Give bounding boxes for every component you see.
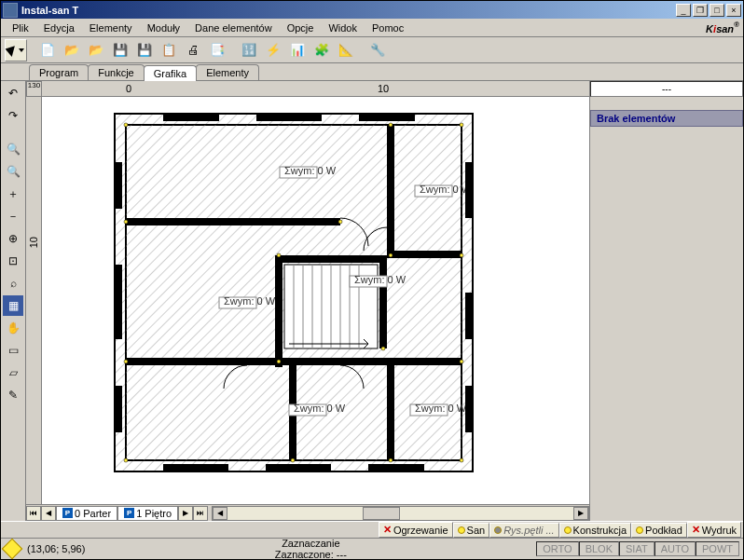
minimize-button[interactable]: _ [676,4,691,17]
menu-pomoc[interactable]: Pomoc [365,20,411,35]
scroll-right-icon[interactable]: ▶ [573,507,588,520]
save-button[interactable]: 💾 [109,39,131,61]
svg-rect-5 [387,125,394,255]
preview-button[interactable]: 📑 [206,39,228,61]
close-button[interactable]: × [726,4,741,17]
report-button[interactable]: 📊 [286,39,309,61]
left-toolbar: ↶ ↷ 🔍 🔍 ＋ － ⊕ ⊡ ⌕ ▦ ✋ ▭ ▱ ✎ [1,81,26,521]
floortab-next[interactable]: ▶ [178,506,193,521]
zoom-minus-icon[interactable]: － [3,206,23,226]
floortab-0[interactable]: P0 Parter [56,506,117,521]
panel-empty-item: Brak elementów [590,110,743,127]
coords-display: (13,06; 5,96) [27,543,85,554]
svg-point-60 [389,458,393,462]
select-rect-icon[interactable]: ▭ [3,340,23,361]
restore-button[interactable]: ❐ [693,4,708,17]
status-bar: (13,06; 5,96) ZaznaczanieZaznaczone: ---… [1,538,743,558]
slot-siat[interactable]: SIAT [619,541,654,556]
select-poly-icon[interactable]: ▱ [3,362,23,383]
saveas-button[interactable]: 💾 [133,39,156,61]
layer-san[interactable]: San [453,523,490,538]
open-button[interactable]: 📂 [61,39,83,61]
open2-button[interactable]: 📂 [85,39,107,61]
svg-text:Σwym: 0 W: Σwym: 0 W [420,184,472,195]
svg-point-47 [460,123,463,127]
zoom-fit-icon[interactable]: ⊕ [3,228,23,249]
maximize-button[interactable]: □ [710,4,724,17]
ruler-corner: 130 [26,81,42,97]
floortab-1[interactable]: P1 Piętro [117,506,178,521]
svg-text:Σwym: 0 W: Σwym: 0 W [284,165,337,176]
scroll-left-icon[interactable]: ◀ [213,507,227,520]
layer-podklad[interactable]: Podkład [631,523,687,538]
brand-logo: Kisan® [706,20,739,35]
properties-panel: --- Brak elementów [589,81,743,521]
new-button[interactable]: 📄 [36,39,59,61]
zoom-window-icon[interactable]: ⊡ [3,251,23,271]
layer-bar: ✕Ogrzewanie San Rys.pętli ... Konstrukcj… [1,521,743,538]
tool-c-button[interactable]: 🔧 [366,39,389,61]
tab-program[interactable]: Program [29,64,89,80]
undo-icon[interactable]: ↶ [3,83,23,103]
zoom-in-icon[interactable]: 🔍 [3,139,23,159]
zoom-out-icon[interactable]: 🔍 [3,161,23,182]
tab-funkcje[interactable]: Funkcje [88,64,145,80]
menu-dane[interactable]: Dane elementów [187,20,280,35]
window-title: Instal-san T [21,5,674,16]
svg-point-58 [460,360,463,363]
menu-plik[interactable]: Plik [5,20,36,35]
menu-bar: Plik Edycja Elementy Moduły Dane element… [1,19,743,37]
svg-point-57 [124,360,128,363]
slot-orto[interactable]: ORTO [536,541,578,556]
svg-point-56 [277,360,281,363]
slot-powt[interactable]: POWT [696,541,739,556]
svg-point-54 [460,253,463,257]
floortab-first[interactable]: ⏮ [26,506,41,521]
svg-rect-6 [387,251,462,258]
slot-blok[interactable]: BLOK [579,541,619,556]
pencil-icon[interactable]: ✎ [3,385,23,405]
zoom-fit2-icon[interactable]: ⌕ [3,273,23,294]
slot-auto[interactable]: AUTO [654,541,696,556]
pan-icon[interactable]: ✋ [3,318,23,338]
copy-button[interactable]: 📋 [158,39,180,61]
tab-elementy[interactable]: Elementy [196,64,259,80]
horizontal-scrollbar[interactable]: ◀ ▶ [212,506,589,521]
layer-konstrukcja[interactable]: Konstrukcja [559,523,631,538]
tool-a-button[interactable]: 🧩 [310,39,333,61]
main-toolbar: 📄 📂 📂 💾 💾 📋 🖨 📑 🔢 ⚡ 📊 🧩 📐 🔧 [1,37,743,63]
tab-grafika[interactable]: Grafika [144,65,197,81]
svg-rect-8 [275,255,387,263]
calc-button[interactable]: 🔢 [238,39,260,61]
layer-rys[interactable]: Rys.pętli ... [489,523,558,538]
floor-tabs: ⏮ ◀ P0 Parter P1 Piętro ▶ ⏭ ◀ ▶ [26,504,589,521]
floortab-last[interactable]: ⏭ [193,506,208,521]
layer-ogrzewanie[interactable]: ✕Ogrzewanie [379,522,453,538]
menu-elementy[interactable]: Elementy [82,20,140,35]
svg-point-51 [338,220,342,224]
tool-b-button[interactable]: 📐 [335,39,357,61]
top-tabs: Program Funkcje Grafika Elementy [1,63,743,81]
drawing-canvas[interactable]: Σwym: 0 W Σwym: 0 W Σwym: 0 W Σwym: 0 W … [42,97,589,504]
svg-point-46 [124,123,128,127]
svg-text:Σwym: 0 W: Σwym: 0 W [294,403,346,414]
menu-widok[interactable]: Widok [321,20,365,35]
grid-icon[interactable]: ▦ [3,295,23,316]
redo-icon[interactable]: ↷ [3,105,23,126]
svg-point-61 [381,347,385,350]
pointer-tool-button[interactable] [5,39,27,61]
floor-plan: Σwym: 0 W Σwym: 0 W Σwym: 0 W Σwym: 0 W … [107,106,480,479]
zoom-plus-icon[interactable]: ＋ [3,184,23,204]
menu-moduly[interactable]: Moduły [140,20,187,35]
menu-opcje[interactable]: Opcje [280,20,322,35]
svg-point-52 [389,123,393,127]
svg-rect-9 [379,255,387,348]
layer-wydruk[interactable]: ✕Wydruk [687,522,741,538]
menu-edycja[interactable]: Edycja [36,20,82,35]
floortab-prev[interactable]: ◀ [41,506,56,521]
scroll-thumb[interactable] [363,507,400,520]
print-button[interactable]: 🖨 [182,39,204,61]
check-button[interactable]: ⚡ [262,39,284,61]
svg-point-49 [460,458,463,462]
svg-text:Σwym: 0 W: Σwym: 0 W [354,274,406,285]
